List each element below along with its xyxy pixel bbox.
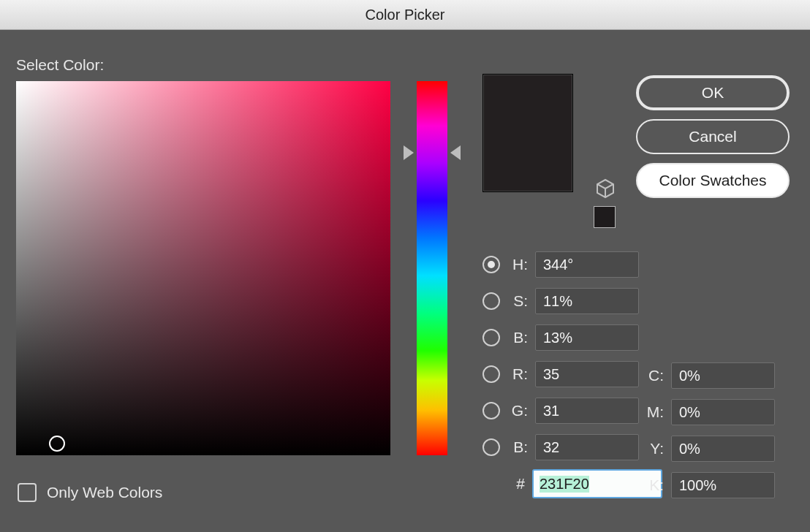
gamut-warning-cube-icon[interactable] xyxy=(596,178,615,199)
cancel-button[interactable]: Cancel xyxy=(636,119,790,154)
color-swatches-button[interactable]: Color Swatches xyxy=(636,163,790,198)
hue-input[interactable] xyxy=(535,251,639,278)
hue-gradient xyxy=(417,81,447,455)
hex-label: # xyxy=(482,475,525,493)
magenta-input[interactable] xyxy=(671,399,775,425)
saturation-radio[interactable] xyxy=(482,292,500,310)
only-web-colors-label: Only Web Colors xyxy=(47,484,162,501)
blue-radio[interactable] xyxy=(482,438,500,456)
hue-radio[interactable] xyxy=(482,256,500,273)
black-input[interactable] xyxy=(671,472,775,498)
brightness-radio[interactable] xyxy=(482,329,500,346)
cyan-input[interactable] xyxy=(671,362,775,389)
yellow-input[interactable] xyxy=(671,436,775,462)
saturation-input[interactable] xyxy=(535,288,639,314)
green-input[interactable] xyxy=(535,398,639,424)
dialog-body: Select Color: OK Cancel Color Swatches xyxy=(0,30,810,532)
select-color-heading: Select Color: xyxy=(16,56,104,74)
checkbox-icon[interactable] xyxy=(18,483,37,502)
red-input[interactable] xyxy=(535,361,639,387)
blue-input[interactable] xyxy=(535,434,639,460)
cyan-label: C: xyxy=(640,367,664,384)
cmyk-fields: C: M: Y: K: xyxy=(640,360,775,506)
hex-value-selection: 231F20 xyxy=(540,476,589,493)
red-radio[interactable] xyxy=(482,365,500,383)
color-preview-swatch xyxy=(482,74,573,192)
blue-label: B: xyxy=(506,438,528,456)
black-label: K: xyxy=(640,476,664,494)
color-picker-window: Color Picker Select Color: OK Cancel Col… xyxy=(0,0,810,532)
color-value-fields: H: S: B: R: G: xyxy=(482,249,662,505)
hue-slider-thumb-right-icon[interactable] xyxy=(450,145,461,160)
magenta-label: M: xyxy=(640,403,664,421)
brightness-label: B: xyxy=(506,329,528,346)
red-label: R: xyxy=(506,365,528,383)
hue-label: H: xyxy=(506,256,528,273)
gamut-snap-swatch[interactable] xyxy=(594,206,616,228)
color-indicator-ring[interactable] xyxy=(49,436,65,452)
ok-button[interactable]: OK xyxy=(636,75,790,110)
saturation-brightness-field[interactable] xyxy=(16,81,390,455)
saturation-label: S: xyxy=(506,292,528,310)
green-label: G: xyxy=(506,402,528,419)
only-web-colors-checkbox[interactable]: Only Web Colors xyxy=(18,483,162,502)
brightness-input[interactable] xyxy=(535,324,639,351)
hue-slider[interactable] xyxy=(417,81,447,455)
titlebar: Color Picker xyxy=(0,0,810,30)
hue-slider-thumb-left-icon[interactable] xyxy=(404,145,414,160)
yellow-label: Y: xyxy=(640,440,664,457)
green-radio[interactable] xyxy=(482,402,500,419)
